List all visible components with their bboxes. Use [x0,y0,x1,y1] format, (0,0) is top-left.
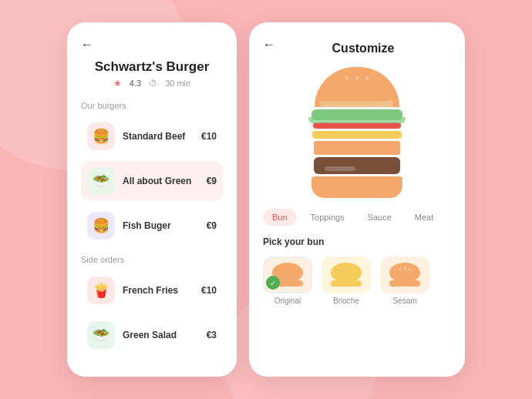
item-name-2: All about Green [123,176,199,186]
tomato-layer [313,122,401,129]
item-price-5: €3 [207,330,217,340]
bun-option-brioche[interactable]: Brioche [322,256,371,305]
pick-bun-label: Pick your bun [263,236,451,247]
svg-point-5 [399,268,402,271]
menu-item-salad[interactable]: 🥗 Green Salad €3 [81,315,223,355]
svg-point-4 [389,263,420,283]
sesam-bun-img [380,256,429,293]
app-panels: ← Schwartz's Burger ★ 4.3 ⏱ 30 min Our b… [67,22,465,377]
bun-bottom-layer [311,176,402,198]
bun-mid-layer [314,141,400,155]
menu-item-fries[interactable]: 🍟 French Fries €10 [81,270,223,310]
customize-title: Customize [275,42,451,55]
menu-item-fish-burger[interactable]: 🍔 Fish Buger €9 [81,206,223,246]
sesame-dot [355,76,359,80]
cheese-layer [312,131,402,139]
svg-rect-3 [331,280,362,287]
customize-tabs: Bun Toppings Sauce Meat [263,209,451,226]
item-name-4: French Fries [123,285,194,296]
fries-icon: 🍟 [87,277,115,304]
bun-option-sesam[interactable]: Sesam [380,256,429,305]
salad-icon: 🥗 [87,321,115,349]
restaurant-meta: ★ 4.3 ⏱ 30 min [81,78,223,89]
bun-name-brioche: Brioche [333,297,359,305]
tab-toppings[interactable]: Toppings [301,209,354,226]
star-icon: ★ [113,78,122,89]
burgers-section-label: Our burgers [81,101,223,110]
item-price-1: €10 [201,131,217,142]
selected-check: ✓ [266,276,280,290]
burger-icon-1: 🍔 [87,122,115,150]
restaurant-card: ← Schwartz's Burger ★ 4.3 ⏱ 30 min Our b… [67,22,237,377]
sesame-dot [365,76,369,80]
item-name-5: Green Salad [123,330,199,340]
svg-rect-8 [389,280,420,287]
sesame-dot [345,76,349,80]
rating-value: 4.3 [130,79,141,88]
bun-options-container: ✓ Original Brioche [263,256,451,305]
clock-icon: ⏱ [149,79,157,88]
bun-name-sesam: Sesam [392,297,416,305]
tab-bun[interactable]: Bun [263,209,297,226]
item-name-3: Fish Buger [123,220,199,231]
item-price-3: €9 [207,220,217,231]
bun-option-original[interactable]: ✓ Original [263,256,312,305]
burger-illustration [263,67,451,198]
tab-sauce[interactable]: Sauce [359,209,401,226]
restaurant-name: Schwartz's Burger [81,59,223,75]
delivery-time: 30 min [165,79,190,88]
sides-section-label: Side orders [81,255,223,264]
item-name-1: Standard Beef [123,131,194,142]
customize-card: ← Customize Bun Toppings Sauce [249,22,465,377]
patty-layer [314,157,400,174]
item-price-4: €10 [201,285,217,296]
lettuce-layer [311,109,402,120]
menu-item-all-about-green[interactable]: 🥗 All about Green €9 [81,161,223,201]
brioche-bun-img [322,256,371,293]
burger-icon-2: 🥗 [87,167,115,195]
back-button-left[interactable]: ← [81,38,93,52]
svg-point-6 [403,267,406,270]
bun-top-layer [315,67,399,107]
tab-meat[interactable]: Meat [406,209,443,226]
svg-point-7 [408,268,411,271]
burger-icon-3: 🍔 [87,212,115,240]
svg-point-2 [331,263,362,283]
back-button-right[interactable]: ← [263,38,275,52]
menu-item-standard-beef[interactable]: 🍔 Standard Beef €10 [81,116,223,156]
bun-name-original: Original [274,297,301,305]
item-price-2: €9 [207,176,217,186]
